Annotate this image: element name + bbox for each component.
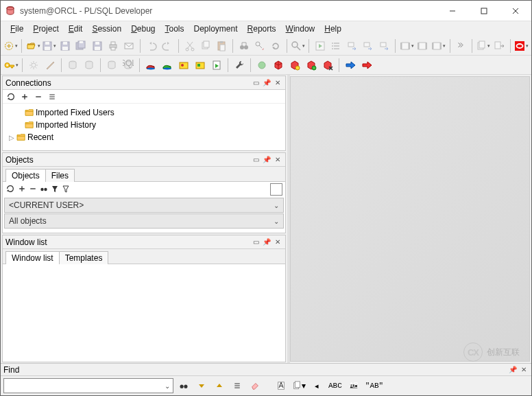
doc-play-button[interactable]: [209, 58, 224, 73]
close-icon[interactable]: ✕: [519, 365, 529, 375]
tab-windowlist[interactable]: Window list: [5, 251, 60, 264]
refresh-icon[interactable]: [5, 91, 16, 102]
paste-button[interactable]: [215, 38, 229, 54]
commit-button[interactable]: [65, 58, 80, 73]
expand-icon[interactable]: [19, 91, 30, 102]
macro-play-button[interactable]: [415, 38, 430, 54]
tree-item[interactable]: Imported Fixed Users: [3, 106, 285, 119]
logon-button[interactable]: ▾: [3, 58, 19, 73]
filter2-icon[interactable]: [62, 185, 70, 195]
menu-session[interactable]: Session: [88, 23, 125, 35]
debug-run-button[interactable]: [254, 58, 269, 73]
user-combo[interactable]: <CURRENT USER> ⌄: [4, 198, 284, 213]
filter-combo[interactable]: All objects ⌄: [4, 213, 284, 229]
save-as-button[interactable]: [90, 38, 104, 54]
menu-tools[interactable]: Tools: [161, 23, 189, 35]
menu-icon[interactable]: [47, 91, 58, 102]
tab-objects[interactable]: Objects: [5, 169, 46, 182]
windows-arrange-button[interactable]: [492, 38, 506, 54]
find-next-icon[interactable]: [176, 378, 191, 393]
find-next-button[interactable]: [269, 38, 283, 54]
refresh-icon[interactable]: [5, 184, 15, 196]
explain-plan-button[interactable]: [313, 38, 327, 54]
windowlist-header[interactable]: Window list ▭ 📌 ✕: [3, 235, 285, 249]
find-highlight-icon[interactable]: [346, 378, 361, 393]
save-button[interactable]: ▾: [42, 38, 56, 54]
copy-button[interactable]: [198, 38, 213, 54]
dock-icon[interactable]: ▭: [251, 237, 261, 247]
open-button[interactable]: ▾: [25, 38, 40, 54]
pin-icon[interactable]: 📌: [508, 365, 518, 375]
tree-item[interactable]: Imported History: [3, 119, 285, 131]
save-all-button[interactable]: [74, 38, 88, 54]
filter1-icon[interactable]: [51, 185, 59, 195]
tab-templates[interactable]: Templates: [59, 251, 109, 264]
toolbar-overflow-button[interactable]: [454, 38, 468, 54]
pin-icon[interactable]: 📌: [262, 237, 271, 247]
menu-file[interactable]: File: [6, 23, 27, 35]
close-icon[interactable]: ✕: [273, 78, 282, 88]
find-button[interactable]: [237, 38, 251, 54]
step-out-button[interactable]: [377, 38, 391, 54]
expander-icon[interactable]: ▷: [8, 134, 15, 141]
tree-item[interactable]: ▷ Recent: [3, 131, 285, 143]
execute-button[interactable]: [26, 58, 41, 73]
debug-object4-button[interactable]: [320, 58, 335, 73]
find-prev-result[interactable]: ◂: [309, 378, 324, 393]
connections-header[interactable]: Connections ▭ 📌 ✕: [3, 76, 285, 90]
find-abc-label[interactable]: ABC: [327, 382, 343, 390]
step-over-button[interactable]: [345, 38, 359, 54]
break-button[interactable]: [43, 58, 58, 73]
tool2-button[interactable]: [193, 58, 208, 73]
macro-stop-button[interactable]: ▾: [431, 38, 446, 54]
find-down-icon[interactable]: [194, 378, 209, 393]
print-button[interactable]: [106, 38, 120, 54]
sql-window-button[interactable]: [121, 58, 136, 73]
mail-button[interactable]: [122, 38, 136, 54]
objects-header[interactable]: Objects ▭ 📌 ✕: [3, 153, 285, 167]
oracle-button[interactable]: ▾: [514, 38, 529, 54]
dock-icon[interactable]: ▭: [251, 155, 261, 165]
debug-object1-button[interactable]: [271, 58, 286, 73]
find-db-button[interactable]: ▾: [291, 38, 305, 54]
nav-forward-button[interactable]: [359, 58, 374, 73]
list-button[interactable]: [329, 38, 343, 54]
pin-icon[interactable]: 📌: [262, 155, 271, 165]
debug-object2-button[interactable]: [287, 58, 302, 73]
step-into-button[interactable]: [361, 38, 376, 54]
rollback-button[interactable]: [82, 58, 97, 73]
find-clear-icon[interactable]: [247, 378, 263, 393]
menu-help[interactable]: Help: [320, 23, 346, 35]
replace-button[interactable]: [252, 38, 267, 54]
menu-project[interactable]: Project: [29, 23, 62, 35]
profiler1-button[interactable]: [143, 58, 158, 73]
macro-button[interactable]: ▾: [399, 38, 413, 54]
menu-debug[interactable]: Debug: [127, 23, 159, 35]
close-icon[interactable]: ✕: [273, 237, 282, 247]
minimize-button[interactable]: [437, 1, 468, 21]
find-doc-icon[interactable]: [274, 378, 289, 393]
undo-button[interactable]: [144, 38, 158, 54]
tool1-button[interactable]: [176, 58, 191, 73]
collapse-icon[interactable]: [33, 91, 44, 102]
find-input[interactable]: ⌄: [3, 378, 173, 393]
preferences-button[interactable]: [232, 58, 247, 73]
collapse-icon[interactable]: [29, 185, 37, 195]
find-icon[interactable]: [40, 185, 48, 195]
maximize-button[interactable]: [468, 1, 500, 21]
debug-object3-button[interactable]: [304, 58, 319, 73]
new-button[interactable]: ▾: [3, 38, 18, 54]
close-button[interactable]: [500, 1, 531, 21]
profiler2-button[interactable]: [160, 58, 175, 73]
sql-button[interactable]: [104, 58, 119, 73]
expand-icon[interactable]: [18, 185, 26, 195]
tab-files[interactable]: Files: [45, 169, 75, 182]
pin-icon[interactable]: 📌: [262, 78, 271, 88]
cut-button[interactable]: [182, 38, 197, 54]
menu-deployment[interactable]: Deployment: [190, 23, 242, 35]
find-docs-icon[interactable]: ▾: [291, 378, 306, 393]
find-header[interactable]: Find 📌 ✕: [1, 364, 531, 376]
menu-reports[interactable]: Reports: [243, 23, 280, 35]
find-bars-icon[interactable]: [230, 378, 245, 393]
redo-button[interactable]: [160, 38, 174, 54]
